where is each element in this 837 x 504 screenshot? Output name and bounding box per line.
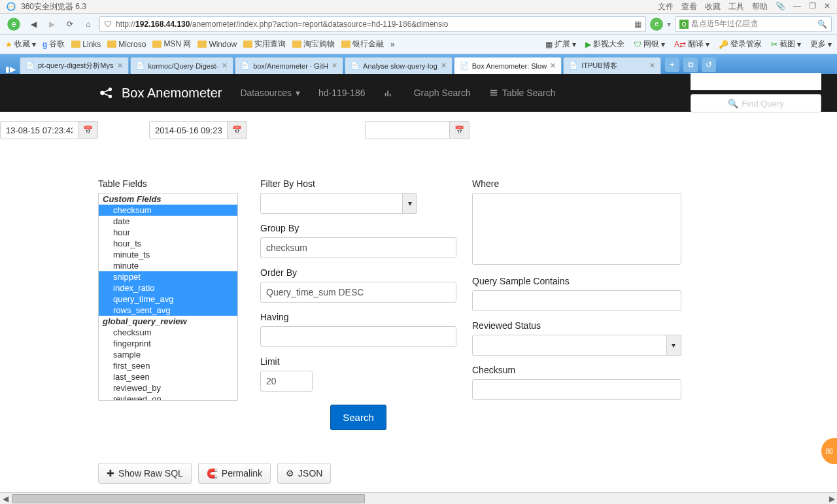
having-input[interactable] (260, 326, 456, 347)
video-button[interactable]: ▶影视大全 (585, 39, 624, 50)
menu-view[interactable]: 查看 (681, 1, 697, 12)
list-item[interactable]: checksum (99, 205, 237, 216)
brand[interactable]: Box Anemometer (98, 84, 222, 101)
bookmark-microso[interactable]: Microso (107, 40, 146, 49)
filter-host-dropdown[interactable]: ▾ (403, 193, 417, 214)
bookmark-bank[interactable]: 银行金融 (341, 39, 384, 50)
checksum-input[interactable] (472, 379, 681, 400)
screenshot-button[interactable]: ✂截图 ▾ (771, 39, 801, 50)
calendar-icon[interactable]: 📅 (78, 121, 98, 139)
menu-fav[interactable]: 收藏 (705, 1, 721, 12)
date-to-input[interactable] (149, 121, 228, 139)
list-item[interactable]: reviewed_by (99, 382, 237, 394)
list-item[interactable]: query_time_avg (99, 294, 237, 305)
tab-arrow-icon[interactable]: ▮▶ (5, 65, 16, 74)
bookmarks-overflow[interactable]: » (390, 40, 395, 49)
menu-file[interactable]: 文件 (658, 1, 674, 12)
reviewed-input[interactable] (472, 335, 667, 356)
list-item[interactable]: rows_sent_avg (99, 305, 237, 316)
show-raw-sql-button[interactable]: ✚Show Raw SQL (98, 463, 192, 484)
scroll-right-icon[interactable]: ▶ (827, 494, 837, 497)
json-button[interactable]: ⚙JSON (277, 463, 331, 484)
bookmark-google[interactable]: g谷歌 (43, 39, 65, 50)
date-extra-input[interactable] (365, 121, 450, 139)
more-button[interactable]: 更多 ▾ (810, 39, 832, 50)
tab-close-icon[interactable]: ✕ (441, 61, 447, 70)
list-item[interactable]: index_ratio (99, 282, 237, 294)
bookmark-links[interactable]: Links (71, 40, 101, 49)
limit-input[interactable] (260, 371, 313, 392)
browser-tab[interactable]: 📄pt-query-digest分析Mys✕ (20, 57, 129, 74)
reviewed-dropdown[interactable]: ▾ (667, 335, 681, 356)
nav-datasources[interactable]: Datasources ▾ (240, 88, 300, 98)
chevron-down-icon[interactable]: ▾ (667, 20, 671, 29)
search-icon[interactable]: 🔍 (817, 20, 827, 29)
list-item[interactable]: reviewed_on (99, 394, 237, 401)
browser-tab[interactable]: 📄ITPUB博客✕ (563, 57, 661, 74)
translate-button[interactable]: A⇄翻译 ▾ (674, 39, 709, 50)
list-item[interactable]: first_seen (99, 360, 237, 371)
order-by-input[interactable] (260, 282, 456, 303)
nav-datasource-current[interactable]: hd-119-186 (318, 88, 366, 98)
reload-button[interactable]: ⟳ (63, 17, 77, 31)
nav-graph-search[interactable]: Graph Search (384, 88, 471, 98)
browser-tab[interactable]: 📄Analyse slow-query-log✕ (345, 57, 453, 74)
scroll-left-icon[interactable]: ◀ (0, 494, 10, 497)
go-button[interactable]: e (650, 18, 663, 31)
qr-icon[interactable]: ▦ (634, 20, 641, 29)
close-icon[interactable]: ✕ (824, 1, 830, 12)
browser-tab[interactable]: 📄box/Anemometer · GitH✕ (235, 57, 343, 74)
find-query-input[interactable] (691, 73, 821, 90)
tab-close-icon[interactable]: ✕ (332, 61, 337, 70)
bank-button[interactable]: 🛡网银 ▾ (634, 39, 665, 50)
group-by-input[interactable] (260, 237, 456, 258)
search-bar[interactable]: Q 盘点近5年过亿巨贪 🔍 (675, 16, 832, 32)
browser-tab[interactable]: 📄kormoc/Query-Digest-✕ (130, 57, 234, 74)
bookmark-msn[interactable]: MSN 网 (152, 39, 191, 50)
search-button[interactable]: Search (330, 405, 386, 430)
back-button[interactable]: ◀ (26, 17, 41, 31)
scroll-thumb[interactable] (12, 494, 365, 497)
bookmark-taobao[interactable]: 淘宝购物 (292, 39, 335, 50)
list-item[interactable]: date (99, 216, 237, 227)
qsc-input[interactable] (472, 290, 681, 311)
list-item[interactable]: hour_ts (99, 238, 237, 249)
horizontal-scrollbar[interactable]: ◀ ▶ (0, 492, 837, 497)
tab-close-icon[interactable]: ✕ (649, 61, 655, 70)
list-item[interactable]: minute_ts (99, 249, 237, 260)
list-item[interactable]: sample (99, 349, 237, 360)
where-input[interactable] (472, 193, 681, 265)
forward-button[interactable]: ▶ (44, 17, 59, 31)
maximize-icon[interactable]: ❐ (809, 1, 816, 12)
restore-tab-button[interactable]: ↺ (702, 58, 716, 72)
list-item[interactable]: last_seen (99, 371, 237, 382)
login-button[interactable]: 🔑登录管家 (719, 39, 762, 50)
calendar-icon[interactable]: 📅 (450, 121, 470, 139)
filter-host-input[interactable] (260, 193, 403, 214)
list-item[interactable]: checksum (99, 327, 237, 338)
list-item[interactable]: snippet (99, 271, 237, 282)
browser-tab[interactable]: 📄Box Anemometer: Slow✕ (454, 57, 562, 74)
minimize-icon[interactable]: — (793, 1, 801, 12)
tab-close-icon[interactable]: ✕ (222, 61, 228, 70)
home-button[interactable]: ⌂ (81, 17, 95, 31)
list-item[interactable]: hour (99, 227, 237, 238)
menu-help[interactable]: 帮助 (752, 1, 768, 12)
ext-button[interactable]: ▦扩展 ▾ (545, 39, 576, 50)
tab-close-icon[interactable]: ✕ (550, 61, 556, 70)
paperclip-icon[interactable]: 📎 (776, 1, 785, 12)
bookmark-practical[interactable]: 实用查询 (243, 39, 286, 50)
nav-table-search[interactable]: Table Search (489, 88, 556, 98)
date-from-input[interactable] (0, 121, 78, 139)
permalink-button[interactable]: 🧲Permalink (198, 463, 271, 484)
new-tab-button[interactable]: + (665, 58, 679, 72)
address-bar[interactable]: 🛡 http://192.168.44.130/anemometer/index… (99, 16, 646, 32)
calendar-icon[interactable]: 📅 (228, 121, 247, 139)
table-fields-listbox[interactable]: Custom Fieldschecksumdatehourhour_tsminu… (98, 193, 238, 401)
favorites-button[interactable]: ★收藏 ▾ (5, 39, 36, 50)
tab-close-icon[interactable]: ✕ (117, 61, 123, 70)
list-item[interactable]: minute (99, 260, 237, 271)
menu-tools[interactable]: 工具 (728, 1, 744, 12)
find-query-button[interactable]: 🔍 Find Query (691, 94, 821, 112)
list-item[interactable]: fingerprint (99, 338, 237, 349)
